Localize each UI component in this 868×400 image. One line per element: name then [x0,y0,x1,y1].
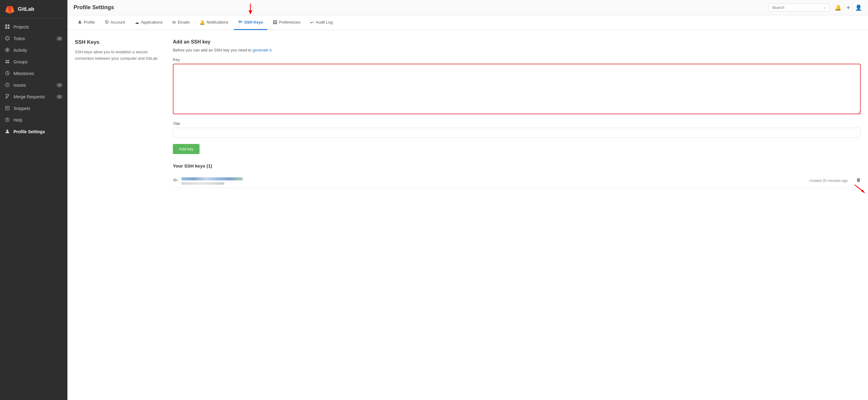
sidebar-item-todos[interactable]: Todos 0 [0,33,67,44]
key-label: Key [173,57,861,62]
generate-instruction: Before you can add an SSH key you need t… [173,48,861,53]
sidebar-item-projects[interactable]: Projects [0,21,67,33]
tab-account[interactable]: Account [100,15,129,30]
sidebar-item-label: Issues [13,83,26,88]
profile-tab-icon [78,20,82,25]
key-fingerprint-icon [173,178,178,184]
audit-log-tab-icon: ↩ [310,20,314,25]
tab-preferences[interactable]: 🖼 Preferences [269,15,305,30]
sidebar-item-activity[interactable]: Activity [0,44,67,56]
profile-settings-icon [5,129,10,134]
sidebar-item-merge-requests[interactable]: Merge Requests 0 [0,91,67,103]
tab-audit-log[interactable]: ↩ Audit Log [306,15,337,30]
title-field-section: Title [173,121,861,138]
your-ssh-keys-heading: Your SSH keys (1) [173,163,861,168]
key-arrow-indicator [855,185,865,194]
account-tab-icon [105,20,109,25]
gitlab-logo-icon [5,4,15,14]
tab-label: Emails [178,20,190,25]
tab-profile[interactable]: Profile [73,15,99,30]
activity-icon [5,47,10,53]
user-menu-icon[interactable]: 👤 [855,4,862,11]
search-icon: ⌕ [824,5,826,10]
merge-requests-icon [5,94,10,100]
tab-notifications[interactable]: 🔔 Notifications [195,15,232,30]
sidebar-item-issues[interactable]: Issues 0 [0,79,67,91]
sidebar-item-label: Todos [13,36,25,41]
ssh-keys-tab-icon [238,20,242,25]
issues-badge: 0 [56,83,63,87]
search-box[interactable]: ⌕ [768,4,830,11]
key-textarea[interactable] [173,64,861,114]
svg-rect-3 [8,27,9,29]
svg-point-7 [8,60,9,62]
generate-instruction-text: Before you can add an SSH key you need t… [173,48,252,53]
tab-applications[interactable]: ☁ Applications [130,15,167,30]
svg-rect-1 [8,25,9,26]
right-panel: Add an SSH key Before you can add an SSH… [173,39,861,188]
title-input[interactable] [173,128,861,138]
add-key-section: Add key [173,144,861,154]
add-key-button[interactable]: Add key [173,144,199,154]
sidebar-item-label: Projects [13,25,29,29]
search-input[interactable] [772,5,824,10]
ssh-key-list-item: created 20 minutes ago [173,173,861,188]
sidebar-item-snippets[interactable]: Snippets [0,103,67,114]
generate-link[interactable]: generate it. [253,48,273,53]
svg-point-17 [6,130,8,131]
svg-rect-2 [5,27,7,29]
sidebar-item-label: Milestones [13,71,34,76]
notifications-bell-icon[interactable]: 🔔 [835,4,841,11]
tab-emails[interactable]: ✉ Emails [168,15,194,30]
todos-icon [5,36,10,41]
sidebar-item-groups[interactable]: Groups [0,56,67,68]
key-created-time: created 20 minutes ago [809,178,853,183]
sidebar-item-help[interactable]: Help [0,114,67,126]
tab-navigation: Profile Account ☁ Applications ✉ Emails … [67,15,868,30]
top-header: Profile Settings ⌕ 🔔 + 👤 [67,0,868,15]
svg-point-22 [106,21,107,22]
key-subtitle [181,181,806,185]
sidebar-item-profile-settings[interactable]: Profile Settings [0,126,67,137]
emails-tab-icon: ✉ [172,20,176,25]
sidebar-nav: Projects Todos 0 Activity Groups Miles [0,19,67,400]
svg-point-6 [6,60,7,62]
key-info [181,176,806,185]
sidebar-item-label: Snippets [13,106,30,111]
svg-point-20 [79,20,81,22]
delete-key-button[interactable] [856,178,861,184]
tab-ssh-keys[interactable]: SSH Keys [234,15,267,30]
groups-icon [5,59,10,65]
your-ssh-keys-section: Your SSH keys (1) created 20 minutes ago [173,163,861,188]
add-icon[interactable]: + [846,4,850,12]
milestones-icon [5,71,10,76]
header-right: ⌕ 🔔 + 👤 [768,4,862,12]
svg-rect-0 [5,25,7,26]
sidebar-item-milestones[interactable]: Milestones [0,68,67,79]
tab-label: Notifications [207,20,228,25]
svg-line-35 [855,185,863,192]
svg-point-31 [174,179,175,180]
svg-point-4 [6,49,8,51]
projects-icon [5,24,10,30]
applications-tab-icon: ☁ [135,20,139,25]
key-fingerprint [181,176,806,181]
page-title: Profile Settings [73,4,114,11]
sidebar-logo[interactable]: GitLab [0,0,67,19]
tab-label: Profile [84,20,95,25]
main-content: Profile Settings ⌕ 🔔 + 👤 Profile [67,0,868,400]
todos-badge: 0 [56,36,63,41]
sidebar-item-label: Merge Requests [13,94,45,99]
content-area: SSH Keys SSH keys allow you to establish… [67,30,868,197]
title-label: Title [173,121,861,126]
app-name: GitLab [18,6,34,12]
snippets-icon [5,106,10,111]
ssh-keys-heading: SSH Keys [75,39,161,45]
add-ssh-key-heading: Add an SSH key [173,39,861,45]
issues-icon [5,82,10,88]
sidebar-item-label: Help [13,118,22,123]
svg-marker-19 [0,130,1,133]
tab-label: Preferences [279,20,300,25]
sidebar-item-label: Profile Settings [13,129,45,134]
ssh-keys-description: SSH keys allow you to establish a secure… [75,49,161,62]
